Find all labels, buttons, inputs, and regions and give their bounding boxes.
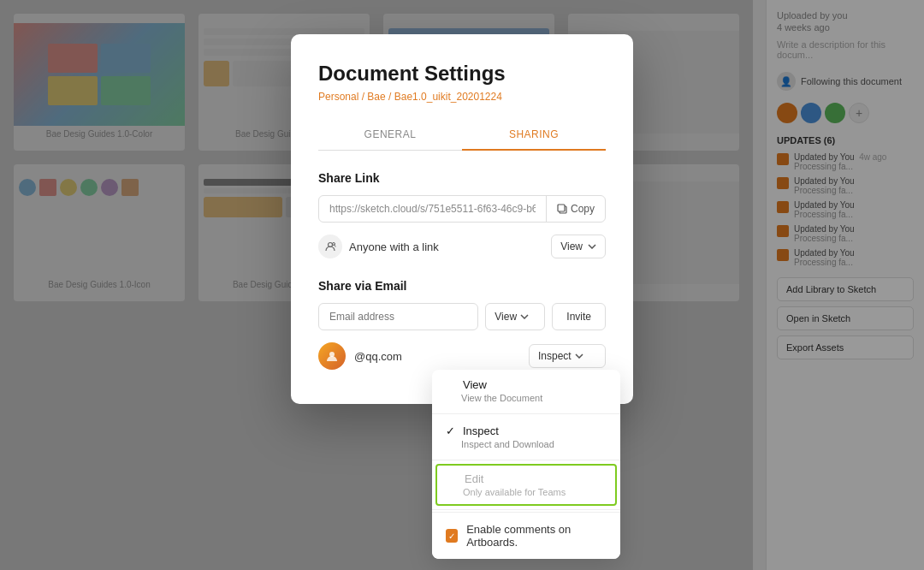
- edit-sublabel: Only available for Teams: [447, 487, 605, 497]
- anyone-label: Anyone with a link: [349, 240, 439, 253]
- tabs-container: GENERAL SHARING: [318, 120, 606, 151]
- link-access-left: Anyone with a link: [318, 235, 439, 258]
- email-permission-select[interactable]: View: [485, 303, 545, 330]
- chevron-down-icon: [588, 244, 596, 249]
- copy-link-button[interactable]: Copy: [546, 196, 605, 222]
- link-access-row: Anyone with a link View: [318, 235, 606, 258]
- dropdown-item-view[interactable]: View View the Document: [432, 370, 620, 412]
- comments-label: Enable comments on Artboards.: [466, 523, 607, 549]
- user-email-label: @qq.com: [354, 350, 402, 363]
- invite-button[interactable]: Invite: [552, 303, 606, 330]
- dropdown-item-inspect[interactable]: ✓ Inspect Inspect and Download: [432, 416, 620, 458]
- share-link-row: Copy: [318, 195, 606, 223]
- tab-sharing[interactable]: SHARING: [462, 120, 606, 151]
- permission-dropdown-menu: View View the Document ✓ Inspect Inspect…: [432, 370, 620, 559]
- anyone-link-icon: [318, 235, 342, 258]
- modal-title: Document Settings: [318, 62, 606, 86]
- user-info: @qq.com: [318, 342, 402, 370]
- check-inspect: ✓: [446, 425, 458, 437]
- breadcrumb-plain: Personal / Bae /: [318, 91, 391, 103]
- user-permission-select[interactable]: Inspect: [529, 344, 606, 368]
- comments-row: ✓ Enable comments on Artboards.: [432, 512, 620, 559]
- share-email-title: Share via Email: [318, 279, 606, 293]
- dropdown-divider-1: [432, 413, 620, 414]
- share-link-input[interactable]: [319, 196, 546, 222]
- dropdown-divider-2: [432, 460, 620, 460]
- tab-general[interactable]: GENERAL: [318, 120, 462, 150]
- user-permission-row: @qq.com Inspect: [318, 342, 606, 370]
- email-address-input[interactable]: [318, 303, 478, 330]
- chevron-down-icon-2: [520, 314, 529, 319]
- link-permission-select[interactable]: View: [551, 235, 606, 258]
- dropdown-item-edit: Edit Only available for Teams: [435, 464, 617, 506]
- copy-icon: [557, 204, 567, 214]
- email-input-row: View Invite: [318, 303, 606, 330]
- document-settings-modal: Document Settings Personal / Bae / Bae1.…: [291, 34, 633, 404]
- inspect-sublabel: Inspect and Download: [446, 439, 607, 449]
- comments-checkbox[interactable]: ✓: [446, 529, 458, 543]
- share-link-title: Share Link: [318, 171, 606, 185]
- view-sublabel: View the Document: [446, 393, 607, 403]
- svg-rect-1: [558, 205, 565, 211]
- modal-breadcrumb: Personal / Bae / Bae1.0_uikit_20201224: [318, 91, 606, 103]
- chevron-down-icon-3: [575, 353, 583, 359]
- breadcrumb-highlight: Bae1.0_uikit_20201224: [394, 91, 502, 103]
- user-avatar: [318, 342, 346, 370]
- dropdown-divider-3: [432, 509, 620, 510]
